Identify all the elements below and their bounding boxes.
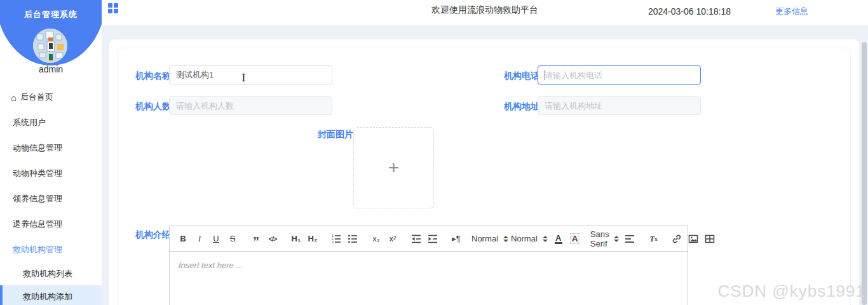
rich-text-editor: B I U S ” </> H₁ H₂ 123 [169, 226, 688, 305]
sidebar-item-label: 救助机构列表 [23, 268, 72, 280]
more-info-link[interactable]: 更多信息 [775, 6, 808, 17]
outdent-icon[interactable] [408, 231, 424, 247]
code-block-button[interactable]: </> [264, 231, 281, 247]
editor-content[interactable]: Insert text here ... [170, 252, 688, 305]
bullet-list-icon[interactable] [344, 231, 361, 247]
editor-toolbar: B I U S ” </> H₁ H₂ 123 [170, 226, 688, 252]
image-icon[interactable] [685, 231, 702, 247]
sidebar-item-label: 动物种类管理 [13, 168, 62, 179]
sidebar-item-label: 退养信息管理 [13, 219, 62, 230]
sidebar-item-rescue-org[interactable]: 救助机构管理 [0, 237, 102, 262]
size-select[interactable]: Normal [471, 234, 508, 243]
chevron-updown-icon [614, 236, 619, 242]
plus-icon: + [388, 158, 400, 177]
cover-image-label: 封面图片 [318, 129, 353, 140]
username: admin [0, 64, 102, 74]
sidebar-item-adoption-info[interactable]: 领养信息管理 [0, 186, 102, 212]
text-direction-button[interactable]: ▸¶ [448, 231, 465, 247]
subscript-button[interactable]: x₂ [368, 231, 384, 247]
background-color-button[interactable]: A [567, 231, 583, 247]
org-address-input[interactable] [538, 96, 701, 115]
clean-format-button[interactable]: Tx [645, 231, 661, 247]
background-A-icon: A [570, 233, 580, 244]
sidebar-item-label: 系统用户 [13, 117, 46, 128]
align-icon[interactable] [621, 231, 638, 247]
editor-placeholder: Insert text here ... [179, 261, 243, 270]
header1-button[interactable]: H₁ [288, 231, 304, 247]
header-select[interactable]: Normal [511, 234, 548, 243]
video-icon[interactable] [702, 231, 718, 247]
sidebar-item-label: 救助机构添加 [23, 291, 72, 302]
header2-button[interactable]: H₂ [304, 231, 321, 247]
avatar-image [33, 29, 67, 63]
sidebar-item-system-users[interactable]: 系统用户 [0, 110, 102, 135]
font-select[interactable]: Sans Serif [590, 229, 620, 248]
italic-button[interactable]: I [191, 231, 208, 247]
sidebar-menu: ⌂ 后台首页 系统用户 动物信息管理 动物种类管理 领养信息管理 退养信息管理 … [0, 85, 102, 305]
vertical-scrollbar[interactable] [862, 42, 867, 305]
sidebar-item-label: 领养信息管理 [13, 193, 62, 205]
org-people-input[interactable] [169, 96, 332, 115]
org-name-input[interactable] [169, 65, 332, 85]
org-intro-label: 机构介绍 [135, 229, 171, 241]
org-address-label: 机构地址 [504, 101, 539, 112]
page-title: 欢迎使用流浪动物救助平台 [102, 4, 868, 16]
bold-button[interactable]: B [175, 231, 191, 247]
chevron-updown-icon [543, 236, 548, 242]
text-color-button[interactable]: A [550, 231, 567, 247]
color-A-icon: A [555, 234, 562, 244]
sidebar-item-label: 救助机构管理 [13, 244, 62, 255]
indent-icon[interactable] [424, 231, 441, 247]
sidebar-item-animal-info[interactable]: 动物信息管理 [0, 135, 102, 161]
home-icon: ⌂ [11, 93, 17, 102]
org-name-label: 机构名称 [135, 71, 171, 82]
avatar[interactable] [33, 29, 67, 63]
sidebar-item-label: 动物信息管理 [13, 142, 62, 154]
org-phone-label: 机构电话 [504, 71, 539, 82]
datetime: 2024-03-06 10:18:18 [648, 6, 731, 17]
chevron-updown-icon [503, 236, 508, 242]
svg-text:3: 3 [332, 240, 334, 244]
sidebar-item-return-info[interactable]: 退养信息管理 [0, 212, 102, 237]
underline-button[interactable]: U [208, 231, 224, 247]
sidebar-item-rescue-org-add[interactable]: 救助机构添加 [0, 285, 102, 305]
strikethrough-button[interactable]: S [224, 231, 241, 247]
link-icon[interactable] [668, 231, 685, 247]
sidebar-item-rescue-org-list[interactable]: 救助机构列表 [0, 262, 102, 285]
topbar: 欢迎使用流浪动物救助平台 2024-03-06 10:18:18 更多信息 [102, 0, 868, 25]
form-card: 机构名称 I 机构电话 机构人数 机构地址 封面图片 + 机构介绍 B [109, 39, 859, 305]
cover-image-upload[interactable]: + [353, 127, 434, 208]
org-people-label: 机构人数 [135, 101, 171, 112]
input-caret [544, 70, 545, 80]
superscript-button[interactable]: x² [384, 231, 401, 247]
font-select-value: Sans Serif [590, 229, 609, 248]
header-select-value: Normal [511, 234, 538, 243]
sidebar-item-home[interactable]: ⌂ 后台首页 [0, 85, 102, 110]
size-select-value: Normal [471, 234, 498, 243]
sidebar: 后台管理系统 admin ⌂ 后台首页 [0, 0, 102, 305]
blockquote-button[interactable]: ” [248, 231, 264, 247]
ordered-list-icon[interactable]: 123 [328, 231, 344, 247]
clean-T-glyph: T [649, 234, 654, 244]
sidebar-item-label: 后台首页 [20, 92, 53, 103]
main-content: 机构名称 I 机构电话 机构人数 机构地址 封面图片 + 机构介绍 B [102, 25, 868, 305]
app-window: 后台管理系统 admin ⌂ 后台首页 [0, 0, 868, 305]
org-phone-input[interactable] [538, 65, 701, 85]
sidebar-item-animal-type[interactable]: 动物种类管理 [0, 161, 102, 186]
app-title: 后台管理系统 [0, 9, 102, 20]
